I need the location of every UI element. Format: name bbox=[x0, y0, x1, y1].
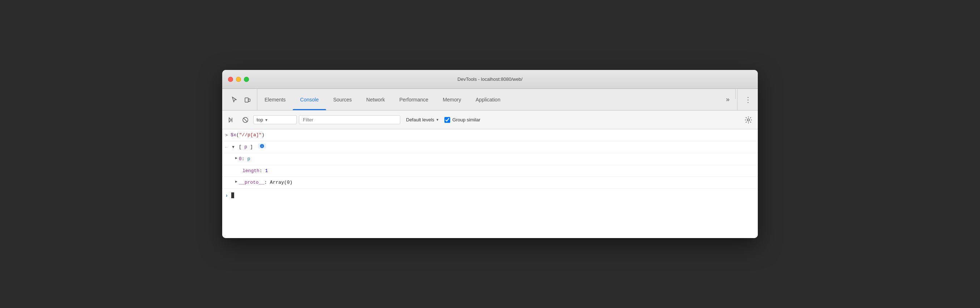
title-bar: DevTools - localhost:8080/web/ bbox=[222, 70, 758, 89]
svg-rect-0 bbox=[245, 98, 248, 102]
maximize-button[interactable] bbox=[244, 77, 249, 82]
expand-proto-icon[interactable]: ▶ bbox=[235, 179, 237, 184]
tab-application[interactable]: Application bbox=[468, 89, 508, 110]
back-arrow: ← bbox=[225, 144, 228, 151]
tab-bar: Elements Console Sources Network Perform… bbox=[222, 89, 758, 110]
svg-line-5 bbox=[243, 118, 248, 122]
group-similar-label: Group similar bbox=[452, 117, 480, 123]
more-tabs-button[interactable]: » bbox=[722, 89, 734, 110]
console-output-line-3: ▶ 0 : p bbox=[222, 153, 758, 165]
console-code-1: $x("//p[a]") bbox=[231, 131, 264, 139]
close-button[interactable] bbox=[228, 77, 233, 82]
input-prompt-icon: › bbox=[225, 193, 228, 199]
minimize-button[interactable] bbox=[236, 77, 241, 82]
group-similar-checkbox[interactable] bbox=[444, 117, 450, 123]
console-output-line-2: ← ▼ [ p ] i bbox=[222, 141, 758, 153]
group-similar-checkbox-group: Group similar bbox=[444, 117, 480, 123]
console-output-line-5: ▶ __proto__ : Array(0) bbox=[222, 177, 758, 189]
devtools-window: DevTools - localhost:8080/web/ Elements … bbox=[222, 70, 758, 238]
console-input-area[interactable]: › bbox=[222, 189, 758, 202]
input-arrow-1: > bbox=[225, 132, 228, 139]
traffic-lights bbox=[228, 77, 249, 82]
input-cursor bbox=[231, 192, 234, 198]
tab-elements[interactable]: Elements bbox=[257, 89, 293, 110]
device-toolbar-icon[interactable] bbox=[242, 94, 253, 105]
context-value: top bbox=[256, 117, 263, 123]
tab-memory[interactable]: Memory bbox=[436, 89, 469, 110]
svg-rect-1 bbox=[248, 99, 250, 101]
console-output: > $x("//p[a]") ← ▼ [ p ] i bbox=[222, 129, 758, 238]
filter-input[interactable] bbox=[299, 115, 400, 124]
tab-bar-divider bbox=[735, 89, 736, 99]
tab-console[interactable]: Console bbox=[293, 89, 326, 110]
levels-label: Default levels bbox=[406, 117, 434, 123]
svg-marker-2 bbox=[229, 118, 231, 122]
settings-gear-icon[interactable] bbox=[743, 114, 754, 126]
tab-network[interactable]: Network bbox=[359, 89, 392, 110]
expand-0-icon[interactable]: ▶ bbox=[235, 155, 237, 161]
select-element-icon[interactable] bbox=[229, 94, 240, 105]
clear-console-icon[interactable] bbox=[240, 114, 251, 126]
more-options-icon[interactable]: ⋮ bbox=[742, 94, 754, 105]
levels-arrow: ▾ bbox=[436, 117, 439, 122]
console-toolbar: top ▾ Default levels ▾ Group similar bbox=[222, 110, 758, 129]
console-output-line-4: length : 1 bbox=[222, 165, 758, 177]
collapse-array-icon[interactable]: ▼ bbox=[232, 144, 234, 150]
window-title: DevTools - localhost:8080/web/ bbox=[457, 77, 523, 82]
context-arrow: ▾ bbox=[265, 117, 267, 123]
info-badge: i bbox=[258, 144, 266, 148]
execute-context-icon[interactable] bbox=[226, 114, 237, 126]
toolbar-icons bbox=[225, 89, 257, 110]
tab-sources[interactable]: Sources bbox=[326, 89, 359, 110]
log-levels-button[interactable]: Default levels ▾ bbox=[402, 116, 442, 124]
console-input-line-1: > $x("//p[a]") bbox=[222, 129, 758, 141]
svg-point-6 bbox=[747, 119, 749, 121]
context-selector[interactable]: top ▾ bbox=[253, 115, 297, 124]
tab-performance[interactable]: Performance bbox=[392, 89, 435, 110]
tab-bar-right-icons: ⋮ bbox=[737, 89, 758, 110]
